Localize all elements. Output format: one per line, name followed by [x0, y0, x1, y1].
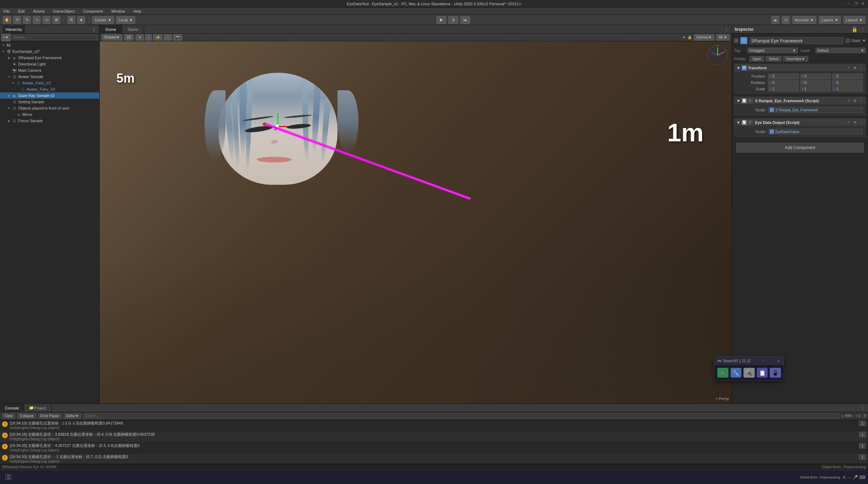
- transform-tool[interactable]: ⊞: [52, 16, 60, 24]
- camera-gizmo[interactable]: X Y Z: [706, 44, 729, 66]
- eyedata-menu[interactable]: ⋮: [859, 120, 863, 125]
- steamvr-btn-5[interactable]: 📱: [770, 368, 781, 378]
- rot-x-field[interactable]: X 0: [768, 80, 799, 85]
- tree-item-setting[interactable]: ▶ ⬡ Setting Sample: [0, 99, 99, 105]
- tree-item-sranipal[interactable]: ▶ ◈ SRanipal Eye Framework ⋮: [0, 55, 99, 61]
- layout-dropdown[interactable]: Layout ▼: [844, 16, 865, 24]
- steamvr-btn-3[interactable]: 🔌: [744, 368, 755, 378]
- tree-item-focus[interactable]: ▶ ⬡ Focus Sample: [0, 118, 99, 124]
- go-name-input[interactable]: [749, 37, 844, 44]
- step-button[interactable]: ⏭: [460, 16, 470, 24]
- hierarchy-search-input[interactable]: [12, 35, 98, 40]
- mode-btn[interactable]: 2D: [124, 34, 134, 41]
- taskbar-icon-1[interactable]: 🇸: [3, 472, 14, 483]
- clear-btn[interactable]: Clear: [2, 413, 15, 419]
- transform-menu[interactable]: ⋮: [859, 65, 863, 70]
- tree-item-scene[interactable]: ▼ 🎬 EyeSample_v2* ⋮: [0, 48, 99, 55]
- sranipal-script-value[interactable]: S Ranipal_Eye_Framework: [768, 107, 863, 113]
- console-entry-3[interactable]: ! [16:34:20] 左眼瞳孔直径：-1 左眼位置坐标：(0.7, 0.2)…: [0, 454, 868, 465]
- fx-btn[interactable]: ✨: [153, 34, 162, 41]
- rot-z-field[interactable]: Z 0: [832, 80, 863, 85]
- tree-item-fairy2[interactable]: ▶ ⬡ Avatar_Fairy_V2: [0, 86, 99, 92]
- pause-button[interactable]: ⏸: [448, 16, 458, 24]
- go-active-checkbox[interactable]: [734, 38, 738, 43]
- steamvr-minimize[interactable]: −: [761, 358, 766, 363]
- tab-game[interactable]: Game: [122, 25, 144, 34]
- pivot-toggle[interactable]: Center ▼: [92, 16, 114, 24]
- camera-btn[interactable]: 📷: [173, 34, 182, 41]
- close-button[interactable]: ✕: [860, 1, 865, 6]
- account-dropdown[interactable]: Account ▼: [792, 16, 817, 24]
- console-entry-0[interactable]: ! [16:34:10] 左眼瞳孔位置坐标：(-1.0,-1.0)左眼静眼程度0…: [0, 420, 868, 431]
- menu-help[interactable]: Help: [131, 8, 143, 14]
- console-search-input[interactable]: [83, 413, 839, 419]
- all-btn[interactable]: All ▼: [716, 34, 730, 41]
- rect-tool[interactable]: ▭: [43, 16, 50, 24]
- hand-tool[interactable]: ✋: [3, 16, 11, 24]
- menu-component[interactable]: Component: [81, 8, 105, 14]
- pos-x-field[interactable]: X 0: [768, 73, 799, 79]
- steamvr-btn-1[interactable]: 🎮: [717, 368, 728, 378]
- tree-item-mirror[interactable]: ▶ ▭ Mirror: [0, 111, 99, 118]
- rot-y-field[interactable]: Y 0: [800, 80, 831, 85]
- prefab-open-btn[interactable]: Open: [749, 56, 764, 62]
- transform-gizmo[interactable]: [271, 118, 285, 132]
- eyedata-component-header[interactable]: ▼ 📄 Eye Data Output (Script) ? ⚙ ⋮: [734, 119, 866, 126]
- prefab-overrides-btn[interactable]: Overrides ▼: [783, 56, 808, 62]
- steamvr-overlay[interactable]: 🎮 SteamVR 1.21.12 − ✕ 🎮 🔧 🔌 📋 📱: [714, 356, 784, 381]
- rotate-tool[interactable]: ↻: [23, 16, 31, 24]
- steamvr-btn-2[interactable]: 🔧: [731, 368, 742, 378]
- shading-btn[interactable]: Shaded ▼: [102, 34, 122, 41]
- console-entry-2[interactable]: ! [16:34:20] 左眼瞳孔直径：4.267227 左眼位置坐标：(0.3…: [0, 442, 868, 454]
- scale-z-field[interactable]: Z 1: [832, 86, 863, 92]
- static-checkbox[interactable]: [846, 38, 850, 43]
- frame-btn[interactable]: ⬚: [164, 34, 172, 41]
- add-component-button[interactable]: Add Component: [736, 143, 864, 153]
- layer-dropdown[interactable]: Default ▼: [816, 48, 866, 53]
- project-tab[interactable]: 📁 Project: [24, 404, 51, 412]
- menu-gameobject[interactable]: GameObject: [51, 8, 77, 14]
- scene-viewport[interactable]: 5m: [100, 41, 732, 404]
- menu-file[interactable]: File: [1, 8, 12, 14]
- x-close-btn[interactable]: ✕: [683, 35, 685, 39]
- lock-btn[interactable]: 🔒: [688, 35, 692, 39]
- static-dropdown-icon[interactable]: ▼: [862, 38, 866, 43]
- scale-tool[interactable]: ⤡: [33, 16, 41, 24]
- collab-btn[interactable]: ◷: [782, 16, 790, 24]
- steamvr-close[interactable]: ✕: [776, 358, 781, 363]
- gazeray-menu[interactable]: ⋮: [96, 94, 99, 98]
- console-entry-1[interactable]: ! [16:34:16] 左眼瞳孔直径：3.83818 左眼位置坐标：(0.4,…: [0, 431, 868, 442]
- console-tab[interactable]: Console: [0, 404, 24, 412]
- scale-x-field[interactable]: X 1: [768, 86, 799, 92]
- error-pause-btn[interactable]: Error Pause: [38, 413, 62, 419]
- gizmos-btn[interactable]: Gizmos ▼: [694, 34, 714, 41]
- eyedata-script-value[interactable]: EyeDataOutput: [768, 129, 863, 134]
- sranipal-settings[interactable]: ⚙: [852, 98, 857, 103]
- space-toggle[interactable]: Local ▼: [116, 16, 135, 24]
- restore-button[interactable]: ❐: [853, 1, 858, 6]
- transform-header[interactable]: ▼ ⟲ Transform ? ⚙ ⋮: [734, 64, 866, 72]
- sranipal-help[interactable]: ?: [846, 98, 851, 103]
- menu-edit[interactable]: Edit: [16, 8, 27, 14]
- scene-menu[interactable]: ⋮: [96, 50, 99, 54]
- layers-dropdown[interactable]: Layers ▼: [819, 16, 841, 24]
- view-menu-btn[interactable]: ⋮: [724, 27, 732, 32]
- play-button[interactable]: ▶: [436, 16, 446, 24]
- window-controls[interactable]: − ❐ ✕: [846, 1, 865, 6]
- inspector-lock[interactable]: 🔒: [852, 27, 858, 32]
- eyedata-active-checkbox[interactable]: [748, 120, 752, 125]
- hierarchy-menu-btn[interactable]: ⋮: [92, 27, 97, 32]
- tree-item-objects[interactable]: ▼ ⬡ Objects placed in front of user: [0, 105, 99, 111]
- tree-item-dirlight[interactable]: ▶ ☀ Directional Light: [0, 61, 99, 67]
- sranipal-active-checkbox[interactable]: [748, 99, 752, 103]
- cloud-btn[interactable]: ☁: [771, 16, 779, 24]
- tab-scene[interactable]: Scene: [100, 25, 122, 34]
- eyedata-settings[interactable]: ⚙: [852, 120, 857, 125]
- steamvr-btn-4[interactable]: 📋: [757, 368, 768, 378]
- eyedata-help[interactable]: ?: [846, 120, 851, 125]
- tree-item-all[interactable]: ▼ All: [0, 42, 99, 48]
- move-tool[interactable]: ✛: [13, 16, 21, 24]
- transform-settings[interactable]: ⚙: [852, 65, 857, 70]
- inspector-menu[interactable]: ⋮: [860, 27, 865, 32]
- audio-btn[interactable]: ♪: [145, 34, 152, 41]
